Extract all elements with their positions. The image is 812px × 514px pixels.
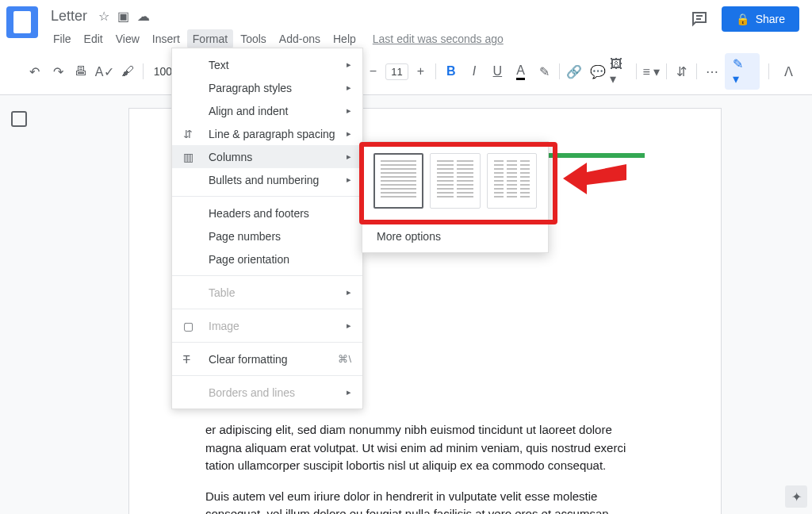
format-bullets-numbering[interactable]: Bullets and numbering	[172, 168, 362, 191]
print-button[interactable]: 🖶	[71, 60, 92, 82]
italic-button[interactable]: I	[463, 60, 485, 82]
highlight-button[interactable]: ✎	[533, 60, 554, 82]
clear-format-icon: T	[183, 352, 197, 366]
paragraph-2: Duis autem vel eum iriure dolor in hendr…	[205, 488, 645, 515]
undo-button[interactable]: ↶	[24, 60, 45, 82]
columns-option-3[interactable]	[487, 153, 537, 209]
image-icon: ▢	[183, 319, 197, 333]
menu-help[interactable]: Help	[327, 29, 362, 48]
format-line-spacing[interactable]: ⇵Line & paragraph spacing	[172, 122, 362, 145]
last-edit-link[interactable]: Last edit was seconds ago	[373, 29, 504, 48]
fontsize-decrease[interactable]: −	[362, 60, 384, 82]
share-label: Share	[756, 13, 785, 25]
format-clear-formatting[interactable]: TClear formatting⌘\	[172, 347, 362, 370]
menu-format[interactable]: Format	[187, 29, 233, 48]
columns-option-1[interactable]	[373, 153, 423, 209]
comments-icon[interactable]	[690, 10, 709, 29]
format-borders-lines: Borders and lines	[172, 381, 362, 404]
document-title[interactable]: Letter	[48, 6, 90, 26]
columns-icon: ▥	[183, 150, 197, 164]
left-rail	[0, 95, 38, 514]
link-button[interactable]: 🔗	[564, 60, 585, 82]
image-button[interactable]: 🖼 ▾	[610, 60, 631, 82]
menubar: File Edit View Insert Format Tools Add-o…	[48, 29, 690, 48]
bold-button[interactable]: B	[440, 60, 462, 82]
line-spacing-icon: ⇵	[183, 127, 197, 141]
menu-file[interactable]: File	[48, 29, 77, 48]
menu-edit[interactable]: Edit	[79, 29, 109, 48]
outline-icon[interactable]	[11, 111, 27, 127]
format-text[interactable]: Text	[172, 53, 362, 76]
more-button[interactable]: ⋯	[701, 60, 722, 82]
menu-view[interactable]: View	[110, 29, 145, 48]
toolbar: ↶ ↷ 🖶 A✓ 🖌 100% ▾ − 11 + B I U A ✎ 🔗 💬 🖼…	[0, 48, 812, 95]
title-area: Letter ☆ ▣ ☁ File Edit View Insert Forma…	[48, 6, 690, 48]
lock-icon: 🔒	[736, 13, 749, 25]
align-button[interactable]: ≡ ▾	[641, 60, 662, 82]
editing-mode-button[interactable]: ✎ ▾	[725, 53, 760, 90]
paragraph-1: er adipiscing elit, sed diam nonummy nib…	[205, 421, 645, 475]
format-table: Table	[172, 281, 362, 304]
format-headers-footers[interactable]: Headers and footers	[172, 201, 362, 224]
fontsize-increase[interactable]: +	[410, 60, 431, 82]
underline-button[interactable]: U	[487, 60, 508, 82]
format-paragraph-styles[interactable]: Paragraph styles	[172, 76, 362, 99]
format-columns[interactable]: ▥Columns	[172, 145, 362, 168]
cloud-icon[interactable]: ☁	[137, 9, 150, 24]
columns-more-options[interactable]: More options	[362, 221, 548, 252]
collapse-button[interactable]: ᐱ	[778, 60, 799, 82]
docs-logo[interactable]	[6, 6, 38, 38]
columns-submenu: More options	[362, 141, 549, 253]
text-color-button[interactable]: A	[510, 60, 531, 82]
star-icon[interactable]: ☆	[98, 9, 109, 24]
explore-button[interactable]: ✦	[785, 485, 807, 508]
comment-button[interactable]: 💬	[587, 60, 608, 82]
menu-insert[interactable]: Insert	[147, 29, 186, 48]
format-image: ▢Image	[172, 314, 362, 337]
paint-format-button[interactable]: 🖌	[117, 60, 138, 82]
share-button[interactable]: 🔒 Share	[722, 6, 799, 32]
line-spacing-button[interactable]: ⇵	[671, 60, 692, 82]
format-page-numbers[interactable]: Page numbers	[172, 224, 362, 247]
fontsize-input[interactable]: 11	[385, 63, 408, 80]
format-page-orientation[interactable]: Page orientation	[172, 247, 362, 270]
header: Letter ☆ ▣ ☁ File Edit View Insert Forma…	[0, 0, 812, 48]
menu-addons[interactable]: Add-ons	[274, 29, 326, 48]
move-icon[interactable]: ▣	[117, 9, 129, 24]
menu-tools[interactable]: Tools	[235, 29, 272, 48]
spellcheck-button[interactable]: A✓	[94, 60, 115, 82]
format-align-indent[interactable]: Align and indent	[172, 99, 362, 122]
redo-button[interactable]: ↷	[47, 60, 68, 82]
columns-option-2[interactable]	[430, 153, 480, 209]
format-dropdown: Text Paragraph styles Align and indent ⇵…	[171, 48, 363, 409]
